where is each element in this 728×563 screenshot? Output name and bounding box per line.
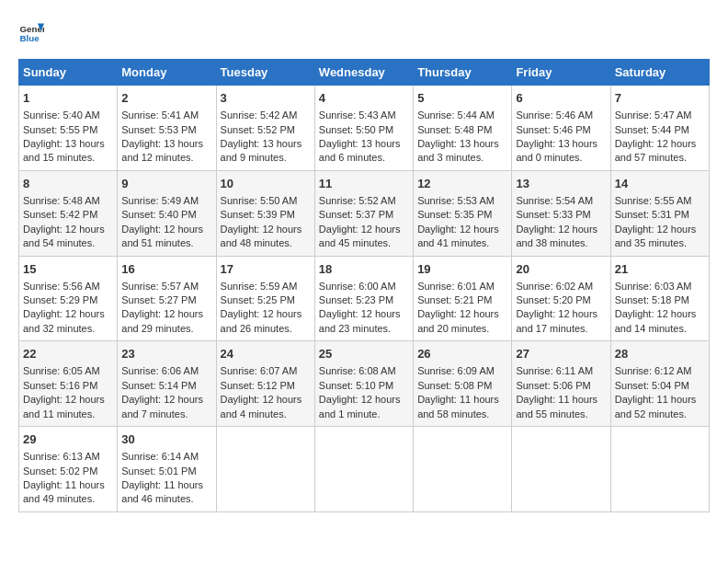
col-header-friday: Friday	[512, 60, 610, 86]
page-header: General Blue	[18, 18, 710, 44]
calendar-cell: 11 Sunrise: 5:52 AM Sunset: 5:37 PM Dayl…	[314, 170, 413, 256]
calendar-cell: 5 Sunrise: 5:44 AM Sunset: 5:48 PM Dayli…	[414, 86, 512, 171]
sunset: Sunset: 5:04 PM	[615, 380, 689, 391]
day-number: 20	[516, 261, 606, 278]
daylight: Daylight: 12 hours and 32 minutes.	[23, 308, 105, 333]
sunset: Sunset: 5:01 PM	[121, 465, 196, 477]
sunrise: Sunrise: 5:55 AM	[615, 195, 692, 206]
calendar-cell: 29 Sunrise: 6:13 AM Sunset: 5:02 PM Dayl…	[19, 427, 118, 512]
day-number: 17	[221, 261, 311, 278]
day-number: 14	[615, 176, 705, 192]
sunrise: Sunrise: 6:13 AM	[23, 451, 100, 462]
day-number: 23	[121, 346, 211, 362]
day-number: 16	[121, 261, 211, 278]
day-number: 21	[615, 261, 705, 278]
logo-icon: General Blue	[18, 18, 44, 44]
week-row: 1 Sunrise: 5:40 AM Sunset: 5:55 PM Dayli…	[19, 86, 710, 171]
day-number: 25	[319, 346, 409, 362]
daylight: Daylight: 12 hours and 14 minutes.	[615, 308, 697, 333]
sunset: Sunset: 5:14 PM	[121, 380, 196, 391]
day-number: 9	[121, 176, 211, 192]
sunrise: Sunrise: 5:40 AM	[23, 109, 100, 121]
sunrise: Sunrise: 6:03 AM	[615, 281, 692, 292]
day-number: 5	[417, 90, 507, 107]
daylight: Daylight: 11 hours and 46 minutes.	[121, 479, 203, 504]
sunset: Sunset: 5:48 PM	[417, 124, 492, 135]
sunrise: Sunrise: 5:41 AM	[121, 109, 199, 121]
calendar-cell: 26 Sunrise: 6:09 AM Sunset: 5:08 PM Dayl…	[414, 341, 512, 427]
calendar-cell: 12 Sunrise: 5:53 AM Sunset: 5:35 PM Dayl…	[414, 170, 512, 256]
week-row: 8 Sunrise: 5:48 AM Sunset: 5:42 PM Dayli…	[19, 170, 710, 256]
day-number: 19	[417, 261, 507, 278]
sunrise: Sunrise: 6:06 AM	[121, 365, 199, 376]
daylight: Daylight: 12 hours and 23 minutes.	[319, 308, 401, 333]
daylight: Daylight: 13 hours and 15 minutes.	[23, 138, 105, 163]
calendar-cell: 14 Sunrise: 5:55 AM Sunset: 5:31 PM Dayl…	[610, 170, 709, 256]
calendar-cell: 30 Sunrise: 6:14 AM Sunset: 5:01 PM Dayl…	[118, 427, 216, 512]
day-number: 7	[615, 90, 705, 107]
daylight: Daylight: 13 hours and 12 minutes.	[121, 138, 203, 163]
week-row: 15 Sunrise: 5:56 AM Sunset: 5:29 PM Dayl…	[19, 256, 710, 341]
sunrise: Sunrise: 5:53 AM	[417, 195, 495, 206]
calendar-cell: 20 Sunrise: 6:02 AM Sunset: 5:20 PM Dayl…	[512, 256, 610, 341]
sunset: Sunset: 5:12 PM	[221, 380, 295, 391]
day-number: 11	[319, 176, 409, 192]
sunrise: Sunrise: 6:07 AM	[221, 365, 298, 376]
calendar-cell: 4 Sunrise: 5:43 AM Sunset: 5:50 PM Dayli…	[314, 86, 413, 171]
calendar-cell: 16 Sunrise: 5:57 AM Sunset: 5:27 PM Dayl…	[118, 256, 216, 341]
day-number: 10	[221, 176, 311, 192]
calendar-cell: 24 Sunrise: 6:07 AM Sunset: 5:12 PM Dayl…	[216, 341, 314, 427]
day-number: 2	[121, 90, 211, 107]
calendar-cell: 10 Sunrise: 5:50 AM Sunset: 5:39 PM Dayl…	[216, 170, 314, 256]
sunrise: Sunrise: 6:09 AM	[417, 365, 495, 376]
daylight: Daylight: 12 hours and 38 minutes.	[516, 224, 597, 248]
daylight: Daylight: 11 hours and 58 minutes.	[417, 394, 499, 419]
daylight: Daylight: 13 hours and 6 minutes.	[319, 138, 401, 163]
sunrise: Sunrise: 6:05 AM	[23, 365, 100, 376]
sunrise: Sunrise: 5:56 AM	[23, 281, 100, 292]
daylight: Daylight: 12 hours and 51 minutes.	[121, 224, 203, 248]
sunrise: Sunrise: 5:43 AM	[319, 109, 396, 121]
sunset: Sunset: 5:16 PM	[23, 380, 97, 391]
daylight: Daylight: 12 hours and 11 minutes.	[23, 394, 105, 419]
calendar-cell: 22 Sunrise: 6:05 AM Sunset: 5:16 PM Dayl…	[19, 341, 118, 427]
day-number: 28	[615, 346, 705, 362]
sunset: Sunset: 5:29 PM	[23, 294, 97, 305]
calendar-cell: 8 Sunrise: 5:48 AM Sunset: 5:42 PM Dayli…	[19, 170, 118, 256]
sunset: Sunset: 5:20 PM	[516, 294, 590, 305]
daylight: Daylight: 12 hours and 17 minutes.	[516, 308, 597, 333]
sunset: Sunset: 5:42 PM	[23, 209, 97, 220]
day-number: 6	[516, 90, 606, 107]
calendar-cell	[314, 427, 413, 512]
sunset: Sunset: 5:46 PM	[516, 124, 590, 135]
daylight: Daylight: 12 hours and 45 minutes.	[319, 224, 401, 248]
sunrise: Sunrise: 6:11 AM	[516, 365, 593, 376]
sunset: Sunset: 5:27 PM	[121, 294, 196, 305]
calendar-cell: 18 Sunrise: 6:00 AM Sunset: 5:23 PM Dayl…	[314, 256, 413, 341]
sunset: Sunset: 5:53 PM	[121, 124, 196, 135]
col-header-tuesday: Tuesday	[216, 60, 314, 86]
col-header-wednesday: Wednesday	[314, 60, 413, 86]
day-number: 18	[319, 261, 409, 278]
calendar-cell: 1 Sunrise: 5:40 AM Sunset: 5:55 PM Dayli…	[19, 86, 118, 171]
calendar-cell	[610, 427, 709, 512]
svg-text:Blue: Blue	[19, 33, 40, 43]
sunrise: Sunrise: 6:08 AM	[319, 365, 396, 376]
sunrise: Sunrise: 5:57 AM	[121, 281, 199, 292]
sunset: Sunset: 5:10 PM	[319, 380, 393, 391]
day-number: 24	[221, 346, 311, 362]
sunset: Sunset: 5:02 PM	[23, 465, 97, 477]
sunrise: Sunrise: 5:42 AM	[221, 109, 298, 121]
calendar-cell: 13 Sunrise: 5:54 AM Sunset: 5:33 PM Dayl…	[512, 170, 610, 256]
daylight: Daylight: 12 hours and 54 minutes.	[23, 224, 105, 248]
calendar-cell	[414, 427, 512, 512]
daylight: Daylight: 12 hours and 20 minutes.	[417, 308, 499, 333]
daylight: Daylight: 11 hours and 55 minutes.	[516, 394, 597, 419]
calendar-cell: 6 Sunrise: 5:46 AM Sunset: 5:46 PM Dayli…	[512, 86, 610, 171]
sunset: Sunset: 5:31 PM	[615, 209, 689, 220]
day-number: 8	[23, 176, 113, 192]
sunset: Sunset: 5:35 PM	[417, 209, 492, 220]
sunset: Sunset: 5:25 PM	[221, 294, 295, 305]
sunrise: Sunrise: 5:49 AM	[121, 195, 199, 206]
day-number: 4	[319, 90, 409, 107]
